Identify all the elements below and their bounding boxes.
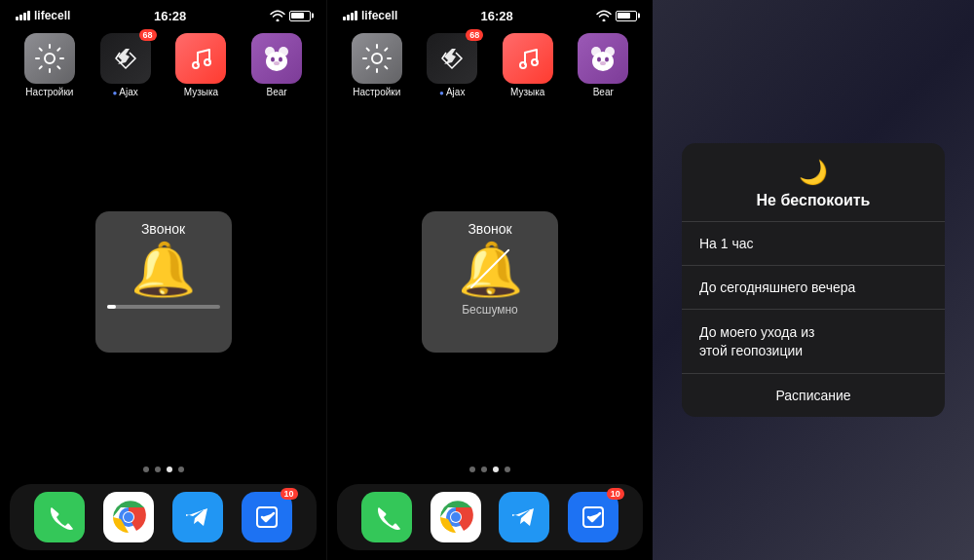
volume-title-1: Звонок xyxy=(141,221,185,237)
svg-point-21 xyxy=(605,57,609,62)
ajax-icon-2[interactable]: 68 xyxy=(427,33,477,84)
svg-point-2 xyxy=(205,59,210,65)
bear-icon-2[interactable] xyxy=(578,33,628,84)
phone-panel-2: lifecell 16:28 Настройки xyxy=(326,0,653,560)
phone-main-1: Звонок 🔔 xyxy=(0,105,326,459)
tasks-badge-1: 10 xyxy=(281,488,298,500)
svg-point-14 xyxy=(372,54,382,63)
music-icon-1[interactable] xyxy=(175,33,226,84)
page-dots-2 xyxy=(327,459,653,480)
svg-point-8 xyxy=(274,61,280,65)
app-settings-2[interactable]: Настройки xyxy=(347,33,407,97)
ajax-label-2: ●Ajax xyxy=(439,87,465,97)
settings-icon-2[interactable] xyxy=(352,33,402,84)
settings-label-1: Настройки xyxy=(25,87,73,97)
volume-title-2: Звонок xyxy=(468,221,511,237)
ajax-label-1: ●Ajax xyxy=(112,87,137,97)
page-dot-0[interactable] xyxy=(143,467,149,472)
dock-tasks-2[interactable]: 10 xyxy=(568,492,618,542)
phone-panel-1: lifecell 16:28 Настройки xyxy=(0,0,326,560)
bell-slash-icon: 🔔 xyxy=(458,243,523,295)
dnd-title: Не беспокоить xyxy=(757,192,871,209)
signal-bars-1 xyxy=(16,11,30,20)
dnd-option-one-hour[interactable]: На 1 час xyxy=(682,222,945,266)
status-bar-1: lifecell 16:28 xyxy=(0,0,326,27)
dock-1: 10 xyxy=(10,484,317,550)
music-label-2: Музыка xyxy=(510,87,544,97)
page-dot-2-1[interactable] xyxy=(481,467,487,472)
wifi-icon-1 xyxy=(270,10,285,21)
svg-point-16 xyxy=(532,59,538,65)
page-dot-2-3[interactable] xyxy=(505,467,510,472)
wifi-icon-2 xyxy=(596,10,612,21)
dnd-header: 🌙 Не беспокоить xyxy=(682,143,945,221)
ajax-badge-1: 68 xyxy=(139,29,157,41)
carrier-label-1: lifecell xyxy=(34,9,70,22)
app-settings-1[interactable]: Настройки xyxy=(19,33,80,97)
status-right-2 xyxy=(596,10,637,21)
svg-point-22 xyxy=(600,61,606,65)
dnd-option-schedule[interactable]: Расписание xyxy=(682,374,945,417)
ajax-dot-2: ● xyxy=(439,89,444,97)
tasks-badge-2: 10 xyxy=(607,488,624,500)
app-music-2[interactable]: Музыка xyxy=(498,33,558,97)
svg-point-12 xyxy=(124,512,133,522)
silent-label: Бесшумно xyxy=(462,303,518,317)
battery-icon-1 xyxy=(289,11,311,21)
dnd-options: На 1 час До сегодняшнего вечера До моего… xyxy=(682,221,945,418)
dock-tasks-1[interactable]: 10 xyxy=(242,492,292,542)
svg-point-26 xyxy=(451,512,461,522)
dock-phone-2[interactable] xyxy=(361,492,412,542)
app-grid-1: Настройки 68 ●Ajax xyxy=(0,27,326,105)
volume-card-1: Звонок 🔔 xyxy=(95,211,232,353)
status-right-1 xyxy=(270,10,311,21)
svg-point-20 xyxy=(597,57,601,62)
app-grid-2: Настройки 68 ●Ajax Музыка xyxy=(327,27,653,105)
moon-icon: 🌙 xyxy=(799,159,828,186)
ajax-icon-1[interactable]: 68 xyxy=(100,33,151,84)
settings-label-2: Настройки xyxy=(353,87,400,97)
svg-point-0 xyxy=(45,54,55,63)
app-ajax-1[interactable]: 68 ●Ajax xyxy=(95,33,156,97)
app-music-1[interactable]: Музыка xyxy=(170,33,231,97)
bell-icon-1: 🔔 xyxy=(131,243,196,295)
music-icon-2[interactable] xyxy=(503,33,553,84)
ajax-badge-2: 68 xyxy=(466,29,483,41)
time-label-1: 16:28 xyxy=(154,9,186,23)
signal-bars-2 xyxy=(343,11,357,20)
battery-icon-2 xyxy=(616,11,637,21)
volume-slider-1[interactable] xyxy=(107,305,220,309)
page-dot-3[interactable] xyxy=(178,467,184,472)
page-dot-2-0[interactable] xyxy=(469,467,475,472)
app-bear-2[interactable]: Bear xyxy=(573,33,633,97)
dnd-option-location[interactable]: До моего ухода изэтой геопозиции xyxy=(682,310,945,375)
status-bar-2: lifecell 16:28 xyxy=(327,0,653,27)
dock-2: 10 xyxy=(337,484,643,550)
dock-telegram-1[interactable] xyxy=(172,492,223,542)
dnd-option-tonight[interactable]: До сегодняшнего вечера xyxy=(682,266,945,310)
bear-label-1: Bear xyxy=(267,87,287,97)
music-label-1: Музыка xyxy=(184,87,218,97)
svg-point-15 xyxy=(520,62,526,68)
dock-chrome-1[interactable] xyxy=(103,492,154,542)
app-bear-1[interactable]: Bear xyxy=(246,33,307,97)
bear-label-2: Bear xyxy=(593,87,614,97)
dock-chrome-2[interactable] xyxy=(431,492,481,542)
page-dots-1 xyxy=(0,459,326,480)
status-left-2: lifecell xyxy=(343,9,397,22)
app-ajax-2[interactable]: 68 ●Ajax xyxy=(422,33,482,97)
page-dot-1[interactable] xyxy=(155,467,161,472)
page-dot-2[interactable] xyxy=(167,467,172,472)
bear-icon-1[interactable] xyxy=(251,33,302,84)
dock-telegram-2[interactable] xyxy=(499,492,549,542)
time-label-2: 16:28 xyxy=(481,9,513,23)
settings-icon-1[interactable] xyxy=(24,33,75,84)
page-dot-2-2[interactable] xyxy=(493,467,499,472)
volume-card-2: Звонок 🔔 Бесшумно xyxy=(422,211,558,353)
dnd-card: 🌙 Не беспокоить На 1 час До сегодняшнего… xyxy=(682,143,945,418)
dock-phone-1[interactable] xyxy=(34,492,85,542)
phone-main-2: Звонок 🔔 Бесшумно xyxy=(327,105,653,459)
svg-point-6 xyxy=(271,57,275,62)
svg-point-1 xyxy=(193,62,199,68)
ajax-dot-1: ● xyxy=(112,89,117,97)
